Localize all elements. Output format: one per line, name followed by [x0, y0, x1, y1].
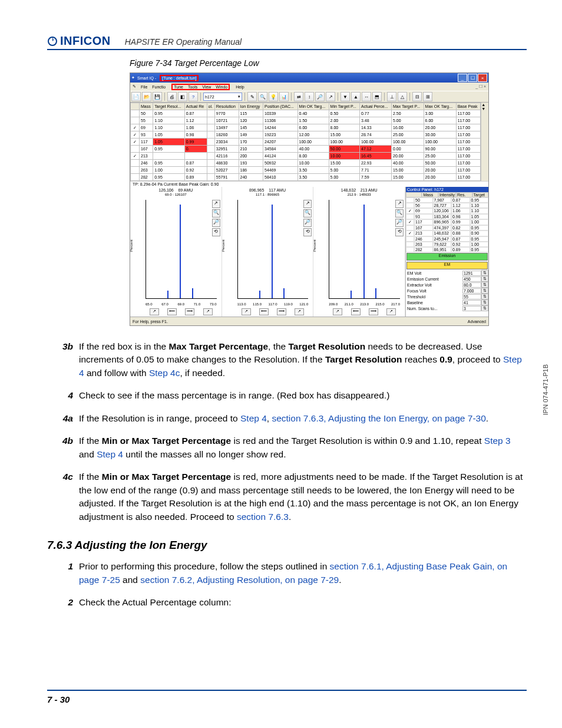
- control-panel-row[interactable]: 507,9870.870.95: [406, 197, 488, 203]
- menu-tune[interactable]: Tune: [174, 85, 183, 89]
- control-panel-param: Focus Volt7.000⇅: [406, 288, 488, 294]
- link-step4c[interactable]: Step 4c: [149, 368, 180, 378]
- tool-ico[interactable]: 📊: [279, 92, 289, 101]
- link-section-762[interactable]: section 7.6.2, Adjusting Resolution, on …: [140, 575, 339, 585]
- manual-title: HAPSITE ER Operating Manual: [125, 37, 242, 47]
- spinner-icon[interactable]: ⇅: [481, 294, 488, 299]
- menu-window[interactable]: Windo: [216, 85, 227, 89]
- tool-ico[interactable]: ⇄: [294, 92, 303, 101]
- tool-toggle-icon[interactable]: ◧: [178, 92, 187, 101]
- mdi-controls[interactable]: _ ☐ ×: [475, 84, 486, 89]
- tool-ico[interactable]: ↔: [362, 92, 371, 101]
- plot-reset-icon[interactable]: ⟲: [395, 228, 404, 236]
- window-title: Smart IQ -: [137, 76, 156, 80]
- step-label: 2: [47, 596, 79, 609]
- maximize-button[interactable]: ☐: [468, 74, 477, 82]
- menu-bar: ✎ File Functio Tune Tools View Windo Hel…: [130, 83, 488, 91]
- minimize-button[interactable]: _: [458, 74, 467, 82]
- plot-zoom-icon[interactable]: 🔎: [395, 219, 404, 227]
- section-heading: 7.6.3 Adjusting the Ion Energy: [47, 539, 527, 552]
- plot-zoom-icon[interactable]: 🔎: [212, 219, 220, 227]
- plot-reset-icon[interactable]: ⟲: [303, 228, 312, 236]
- tool-ico[interactable]: ⊥: [387, 92, 396, 101]
- tool-open-icon[interactable]: 📂: [142, 92, 151, 101]
- control-panel-row[interactable]: 26379,6220.921.00: [406, 242, 488, 247]
- plot-zoom-icon[interactable]: 🔎: [303, 219, 312, 227]
- step-4b-text: If the Min or Max Target Percentage is r…: [79, 434, 527, 461]
- spinner-icon[interactable]: ⇅: [481, 288, 488, 294]
- step-label: 4a: [47, 412, 79, 425]
- spinner-icon[interactable]: ⇅: [481, 276, 488, 282]
- mdi-icon: ✎: [133, 84, 136, 89]
- control-panel-param: Emission Current450⇅: [406, 276, 488, 282]
- link-step3[interactable]: Step 3: [484, 436, 511, 446]
- control-panel-param: Baseline41⇅: [406, 299, 488, 305]
- brand-logo: INFICON: [47, 34, 111, 48]
- window-titlebar: ✦ Smart IQ - [Tune : default.tun] _ ☐ ×: [130, 73, 488, 83]
- tool-ico[interactable]: 🔎: [315, 92, 325, 101]
- control-panel-param: Threshold55⇅: [406, 294, 488, 299]
- status-bar: For Help, press F1. Advanced: [130, 317, 488, 325]
- spinner-icon[interactable]: ⇅: [481, 282, 488, 288]
- tool-ico[interactable]: ↕: [305, 92, 314, 101]
- tool-ico[interactable]: ▼: [340, 92, 350, 101]
- app-icon: ✦: [131, 75, 135, 80]
- control-panel-row[interactable]: 246245,9470.870.95: [406, 236, 488, 242]
- smartiq-window: ✦ Smart IQ - [Tune : default.tun] _ ☐ × …: [130, 73, 489, 326]
- step-2-text: Check the Actual Percentage column:: [79, 596, 527, 609]
- menu-tools[interactable]: Tools: [188, 85, 197, 89]
- mass-table[interactable]: MassTarget Resol...Actual Reol.Resolutio…: [130, 103, 481, 181]
- tune-combo[interactable]: h172▾: [203, 93, 242, 101]
- plot-reset-icon[interactable]: ⟲: [212, 228, 220, 236]
- close-button[interactable]: ×: [478, 74, 487, 82]
- link-step4[interactable]: Step 4: [97, 449, 123, 459]
- em-button[interactable]: EM: [406, 262, 488, 269]
- emission-button[interactable]: Emission: [406, 253, 488, 261]
- tool-ico[interactable]: ⊞: [423, 92, 432, 101]
- control-panel-row[interactable]: 28286,9510.890.95: [406, 247, 488, 252]
- tool-ico[interactable]: ⊟: [412, 92, 422, 101]
- tool-ico[interactable]: 💡: [269, 92, 278, 101]
- status-help: For Help, press F1.: [133, 319, 168, 324]
- tool-ico[interactable]: ↗: [326, 92, 335, 101]
- control-panel-row[interactable]: 167474,3970.820.95: [406, 225, 488, 230]
- control-panel-row[interactable]: ✓69120,1061.061.10: [406, 208, 488, 214]
- tune-file-redbox: [Tune : default.tun]: [160, 75, 199, 81]
- tool-print-icon[interactable]: 🖨: [167, 92, 177, 101]
- page-number: 7 - 30: [47, 690, 527, 704]
- plot-tool-icon[interactable]: ↗: [395, 200, 404, 208]
- spectrum-plot: 126,106 69 AMU69.0 : 126107Percent65.067…: [130, 187, 222, 317]
- plot-tool-icon[interactable]: ↗: [212, 200, 220, 208]
- tool-help-icon[interactable]: ?: [189, 92, 198, 101]
- menu-view[interactable]: View: [202, 85, 211, 89]
- spinner-icon[interactable]: ⇅: [481, 299, 488, 305]
- control-panel-row[interactable]: ✓117896,9650.991.00: [406, 219, 488, 225]
- tool-save-icon[interactable]: 💾: [153, 92, 162, 101]
- control-panel-row[interactable]: 93183,3640.981.05: [406, 214, 488, 219]
- spinner-icon[interactable]: ⇅: [481, 305, 488, 311]
- tool-ico[interactable]: △: [398, 92, 407, 101]
- tool-new-icon[interactable]: 📄: [131, 92, 141, 101]
- link-section-763[interactable]: section 7.6.3, Adjusting the Ion Energy,…: [272, 413, 485, 423]
- link-step4[interactable]: Step 4: [240, 413, 267, 423]
- plot-zoom-icon[interactable]: 🔍: [303, 209, 312, 218]
- spinner-icon[interactable]: ⇅: [481, 270, 488, 276]
- tool-ico[interactable]: ▲: [351, 92, 361, 101]
- ipn-code: IPN 074-471-P1B: [542, 364, 549, 415]
- menu-functions[interactable]: Functio: [152, 85, 166, 89]
- plot-zoom-icon[interactable]: 🔍: [212, 209, 220, 218]
- tool-ico[interactable]: 🔍: [258, 92, 267, 101]
- plot-tool-icon[interactable]: ↗: [303, 200, 312, 208]
- page-header: INFICON HAPSITE ER Operating Manual: [47, 34, 527, 50]
- plot-zoom-icon[interactable]: 🔍: [395, 209, 404, 218]
- menu-help[interactable]: Help: [236, 85, 244, 89]
- tool-ico[interactable]: ✎: [247, 92, 257, 101]
- menu-file[interactable]: File: [141, 85, 147, 89]
- step-label: 4: [47, 389, 79, 402]
- tool-ico[interactable]: ⬒: [372, 92, 382, 101]
- table-scrollbar[interactable]: ▲▼: [481, 103, 488, 181]
- control-panel-row[interactable]: ✓213148,6320.880.90: [406, 230, 488, 236]
- control-panel-param: EM Volt1291⇅: [406, 270, 488, 276]
- control-panel-row[interactable]: 5628,7271.121.10: [406, 203, 488, 208]
- link-section-763[interactable]: section 7.6.3: [237, 512, 289, 522]
